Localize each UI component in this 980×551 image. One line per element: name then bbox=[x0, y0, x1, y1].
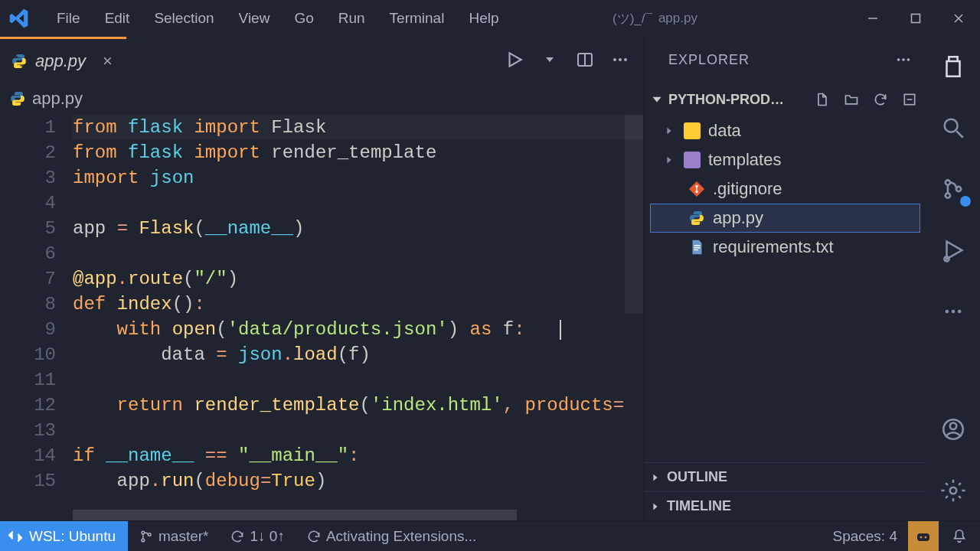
tab-label: app.py bbox=[35, 51, 86, 71]
code-line[interactable]: data = json.load(f) bbox=[73, 342, 643, 367]
svg-point-26 bbox=[946, 310, 949, 314]
code-line[interactable]: def index(): bbox=[73, 292, 643, 317]
folder-header[interactable]: PYTHON-PROD… bbox=[644, 83, 926, 116]
menu-selection[interactable]: Selection bbox=[143, 5, 224, 31]
horizontal-scrollbar[interactable] bbox=[0, 510, 643, 520]
run-debug-activity-icon[interactable] bbox=[937, 234, 969, 266]
minimap[interactable] bbox=[625, 115, 643, 314]
svg-point-31 bbox=[950, 487, 957, 494]
activating-label: Activating Extensions... bbox=[326, 528, 476, 545]
tab-close-icon[interactable]: × bbox=[103, 51, 113, 71]
python-icon bbox=[9, 90, 26, 107]
line-gutter: 123456789101112131415 bbox=[0, 115, 73, 510]
code-line[interactable]: if __name__ == "__main__": bbox=[73, 443, 643, 468]
text-cursor bbox=[560, 320, 561, 340]
folder-icon bbox=[684, 152, 701, 168]
code-line[interactable]: return render_template('index.html', pro… bbox=[73, 393, 643, 418]
code-line[interactable] bbox=[73, 191, 643, 216]
svg-point-28 bbox=[958, 310, 962, 314]
breadcrumb[interactable]: app.py bbox=[0, 83, 643, 115]
code-line[interactable]: from flask import render_template bbox=[73, 140, 643, 165]
timeline-section[interactable]: TIMELINE bbox=[644, 491, 926, 520]
run-dropdown-icon[interactable] bbox=[539, 49, 560, 70]
timeline-label: TIMELINE bbox=[667, 498, 731, 514]
spaces-indicator[interactable]: Spaces: 4 bbox=[822, 528, 909, 545]
svg-rect-35 bbox=[917, 533, 929, 541]
notifications-icon[interactable] bbox=[939, 528, 980, 545]
minimize-button[interactable] bbox=[851, 0, 894, 37]
search-activity-icon[interactable] bbox=[937, 112, 969, 144]
code-line[interactable]: @app.route("/") bbox=[73, 266, 643, 292]
menu-run[interactable]: Run bbox=[328, 5, 376, 31]
maximize-button[interactable] bbox=[894, 0, 937, 37]
more-actions-button[interactable] bbox=[609, 49, 631, 70]
explorer-sidebar: EXPLORER PYTHON-PROD… datatemplates.giti… bbox=[643, 37, 926, 520]
explorer-activity-icon[interactable] bbox=[937, 51, 969, 83]
new-file-icon[interactable] bbox=[812, 89, 833, 110]
copilot-icon[interactable] bbox=[908, 521, 939, 552]
svg-point-36 bbox=[920, 536, 923, 538]
source-control-activity-icon[interactable] bbox=[937, 173, 969, 205]
accounts-activity-icon[interactable] bbox=[937, 413, 969, 445]
svg-point-32 bbox=[142, 531, 145, 534]
scm-badge bbox=[959, 194, 972, 208]
menu-go[interactable]: Go bbox=[283, 5, 324, 31]
tab-app-py[interactable]: app.py × bbox=[0, 37, 126, 83]
code-line[interactable]: import json bbox=[73, 165, 643, 191]
split-editor-button[interactable] bbox=[574, 49, 596, 70]
menu-view[interactable]: View bbox=[228, 5, 281, 31]
settings-activity-icon[interactable] bbox=[937, 474, 969, 507]
explorer-title: EXPLORER bbox=[668, 52, 750, 68]
chevron-down-icon bbox=[650, 93, 664, 106]
code-line[interactable] bbox=[73, 367, 643, 393]
menu-edit[interactable]: Edit bbox=[94, 5, 141, 31]
file--gitignore[interactable]: .gitignore bbox=[644, 174, 926, 204]
activating-extensions[interactable]: Activating Extensions... bbox=[296, 528, 487, 545]
menu-file[interactable]: File bbox=[46, 5, 91, 31]
code-line[interactable]: app = Flask(__name__) bbox=[73, 216, 643, 241]
editor-actions bbox=[504, 37, 643, 83]
code-editor[interactable]: 123456789101112131415 from flask import … bbox=[0, 115, 643, 510]
run-button[interactable] bbox=[504, 49, 525, 70]
file-app-py[interactable]: app.py bbox=[650, 204, 920, 233]
outline-section[interactable]: OUTLINE bbox=[644, 462, 926, 491]
tree-item-label: app.py bbox=[713, 208, 763, 228]
menu-terminal[interactable]: Terminal bbox=[379, 5, 456, 31]
svg-point-9 bbox=[897, 58, 900, 61]
code-line[interactable]: from flask import Flask bbox=[73, 115, 643, 140]
window-title-prefix: (ツ)_/¯ bbox=[612, 10, 652, 28]
code-content[interactable]: from flask import Flaskfrom flask import… bbox=[73, 115, 643, 510]
branch-label: master* bbox=[158, 528, 208, 545]
folder-data[interactable]: data bbox=[644, 116, 926, 145]
new-folder-icon[interactable] bbox=[841, 89, 862, 110]
file-requirements-txt[interactable]: requirements.txt bbox=[644, 233, 926, 262]
svg-point-37 bbox=[925, 536, 927, 538]
outline-label: OUTLINE bbox=[667, 469, 727, 485]
git-icon bbox=[688, 181, 705, 197]
code-line[interactable] bbox=[73, 418, 643, 443]
collapse-icon[interactable] bbox=[899, 89, 920, 110]
code-line[interactable] bbox=[73, 241, 643, 266]
scrollbar-thumb[interactable] bbox=[73, 510, 517, 520]
git-branch[interactable]: master* bbox=[128, 528, 219, 545]
editor-group: app.py × app.py bbox=[0, 37, 643, 520]
vscode-logo bbox=[6, 5, 32, 31]
menu-help[interactable]: Help bbox=[458, 5, 509, 31]
explorer-more-icon[interactable] bbox=[893, 49, 914, 70]
chevron-right-icon bbox=[662, 155, 676, 165]
refresh-icon[interactable] bbox=[870, 89, 891, 110]
code-line[interactable]: app.run(debug=True) bbox=[73, 468, 643, 494]
svg-rect-1 bbox=[912, 15, 920, 23]
tab-bar: app.py × bbox=[0, 37, 643, 83]
remote-indicator[interactable]: WSL: Ubuntu bbox=[0, 521, 128, 551]
sync-status[interactable]: 1↓ 0↑ bbox=[219, 528, 295, 545]
code-line[interactable]: with open('data/products.json') as f: bbox=[73, 317, 643, 342]
folder-templates[interactable]: templates bbox=[644, 145, 926, 174]
folder-icon bbox=[684, 122, 701, 139]
chevron-right-icon bbox=[650, 501, 661, 512]
svg-point-30 bbox=[950, 423, 957, 430]
close-button[interactable] bbox=[937, 0, 980, 37]
more-activity-icon[interactable] bbox=[937, 295, 969, 328]
window-title-file: app.py bbox=[658, 11, 697, 26]
svg-point-6 bbox=[613, 58, 616, 61]
